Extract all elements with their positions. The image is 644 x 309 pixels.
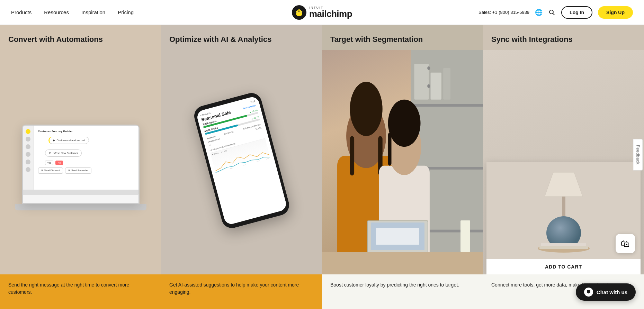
svg-text:4PM: 4PM (266, 158, 269, 160)
panel-2-bottom-text: Get AI-assisted suggestions to help make… (169, 281, 314, 296)
action1-label: Send Discount (44, 169, 60, 172)
nav-pricing[interactable]: Pricing (118, 9, 134, 15)
chat-icon (584, 288, 593, 297)
journey-title: Customer Journey Builder (38, 130, 134, 133)
sidebar-dot-1 (26, 137, 30, 142)
send-discount-box: ✉ Send Discount (38, 167, 63, 174)
nav-inspiration[interactable]: Inspiration (81, 9, 105, 15)
search-icon[interactable] (548, 9, 556, 16)
panel-analytics: Optimize with AI & Analytics < Reports 7… (161, 25, 322, 309)
svg-rect-20 (443, 68, 450, 99)
action2-label: Send Reminder (71, 169, 88, 172)
nav-left: Products Resources Inspiration Pricing (11, 9, 134, 15)
panel-3-title: Target with Segmentation (322, 25, 483, 50)
svg-rect-27 (350, 136, 355, 176)
svg-rect-33 (388, 133, 391, 166)
nav-products[interactable]: Products (11, 9, 32, 15)
branch-box: ⟳ If/Else New Customer (45, 149, 82, 157)
panel-1-bottom: Send the right message at the right time… (0, 274, 161, 309)
panel-3-bottom: Boost customer loyalty by predicting the… (322, 274, 483, 309)
svg-rect-18 (414, 63, 429, 99)
panel-2-title: Optimize with AI & Analytics (161, 25, 322, 50)
login-button[interactable]: Log In (561, 6, 592, 19)
nav-resources[interactable]: Resources (44, 9, 69, 15)
phone-outer: < Reports 7:14 Seasonal Sale View campai… (192, 91, 291, 230)
main-grid: Convert with Automations (0, 25, 644, 309)
laptop-base (23, 190, 138, 195)
nav-logo-area: intuit mailchimp (292, 5, 352, 20)
svg-point-6 (300, 11, 302, 12)
nav-right: Sales: +1 (800) 315-5939 🌐 Log In Sign U… (478, 6, 633, 19)
chat-label: Chat with us (597, 289, 627, 295)
svg-text:10PM: 10PM (229, 167, 233, 170)
panel-4-image-area: 🛍 ADD TO CART (483, 50, 644, 274)
globe-icon[interactable]: 🌐 (535, 9, 543, 16)
sidebar-dot-4 (26, 160, 30, 164)
panel-3-bottom-text: Boost customer loyalty by predicting the… (330, 281, 475, 289)
logo-brand: intuit mailchimp (309, 6, 352, 18)
phone-screen: < Reports 7:14 Seasonal Sale View campai… (196, 96, 288, 226)
panel-automations: Convert with Automations (0, 25, 161, 309)
play-icon: ▶ (53, 139, 55, 142)
yes-no-branch: Yes No (45, 161, 134, 165)
panel-4-title: Sync with Integrations (483, 25, 644, 50)
svg-text:2AM: 2AM (243, 164, 247, 166)
navigation: Products Resources Inspiration Pricing i… (0, 0, 644, 25)
lamp-svg (533, 169, 595, 259)
svg-text:6AM: 6AM (256, 160, 260, 163)
sidebar-dot-5 (26, 167, 30, 172)
phone-mockup: < Reports 7:14 Seasonal Sale View campai… (192, 91, 291, 230)
panel-2-bottom: Get AI-assisted suggestions to help make… (161, 274, 322, 309)
sidebar-dot-3 (26, 152, 30, 157)
laptop-screen: Customer Journey Builder ▶ Customer aban… (23, 126, 138, 190)
panel-1-title: Convert with Automations (0, 25, 161, 50)
panel-integrations: Sync with Integrations (483, 25, 644, 309)
svg-point-21 (427, 66, 430, 70)
add-to-cart-button[interactable]: ADD TO CART (486, 259, 641, 274)
shopify-badge: 🛍 (616, 234, 635, 253)
chat-button[interactable]: Chat with us (576, 283, 636, 301)
signup-button[interactable]: Sign Up (598, 6, 633, 19)
panel-1-image: Customer Journey Builder ▶ Customer aban… (0, 50, 161, 274)
panel-1-bottom-text: Send the right message at the right time… (8, 281, 153, 296)
sidebar-dot-2 (26, 144, 30, 149)
people-image (322, 50, 483, 274)
product-card: 🛍 ADD TO CART (486, 162, 641, 274)
product-image-area: 🛍 (486, 162, 641, 259)
svg-marker-34 (545, 172, 583, 197)
panel-3-image-area (322, 50, 483, 274)
trigger-label: Customer abandons cart (57, 139, 85, 142)
svg-line-8 (553, 13, 555, 15)
trigger-box: ▶ Customer abandons cart (48, 137, 89, 144)
journey-actions: ✉ Send Discount ✉ Send Reminder (38, 167, 134, 174)
svg-rect-39 (541, 243, 586, 246)
yes-button: Yes (45, 161, 54, 165)
nav-sales-label: Sales: +1 (800) 315-5939 (478, 10, 529, 15)
logo-icon (292, 5, 306, 20)
logo-mailchimp-text: mailchimp (309, 9, 352, 18)
feedback-tab[interactable]: Feedback (633, 139, 643, 170)
send-reminder-box: ✉ Send Reminder (65, 167, 91, 174)
branch-label: If/Else New Customer (53, 152, 78, 155)
svg-point-32 (388, 100, 420, 147)
svg-point-4 (298, 12, 300, 12)
sidebar-dot-active (26, 129, 30, 134)
laptop-sidebar (23, 126, 34, 190)
svg-point-22 (427, 84, 430, 88)
laptop-mockup: Customer Journey Builder ▶ Customer aban… (22, 125, 140, 204)
branch-icon: ⟳ (49, 152, 51, 155)
svg-point-5 (296, 11, 298, 12)
laptop-content: Customer Journey Builder ▶ Customer aban… (34, 126, 138, 190)
svg-text:6PM: 6PM (217, 171, 221, 173)
svg-rect-38 (539, 246, 588, 249)
laptop-keyboard (15, 204, 146, 210)
no-button: No (55, 161, 63, 165)
panel-2-image: < Reports 7:14 Seasonal Sale View campai… (161, 50, 322, 274)
panel-segmentation: Target with Segmentation (322, 25, 483, 309)
